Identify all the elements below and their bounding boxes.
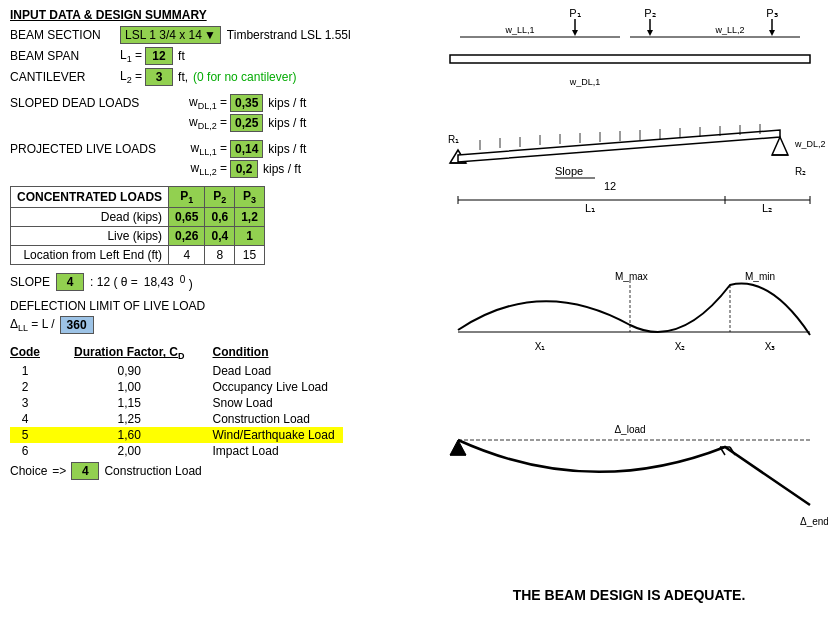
slope-ratio: : 12 ( θ = <box>90 275 138 289</box>
p3-label: P₃ <box>766 7 777 19</box>
dead-kips-label: Dead (kips) <box>11 208 169 227</box>
table-row: Location from Left End (ft) 4 8 15 <box>11 246 265 265</box>
conc-header-p1: P1 <box>169 187 205 208</box>
live-p3[interactable]: 1 <box>235 227 265 246</box>
dur-factor: 0,90 <box>54 363 205 379</box>
l1-label: L₁ <box>585 202 595 214</box>
pll-unit2: kips / ft <box>263 162 301 176</box>
moment-curve <box>458 284 810 335</box>
wdl1-label-right: w_DL,1 <box>569 77 601 87</box>
live-p2[interactable]: 0,4 <box>205 227 235 246</box>
deflection-value[interactable]: 360 <box>60 316 94 334</box>
beam-section-dropdown[interactable]: LSL 1 3/4 x 14 ▼ <box>120 26 221 44</box>
sdl-value2[interactable]: 0,25 <box>230 114 263 132</box>
dead-p3[interactable]: 1,2 <box>235 208 265 227</box>
structural-diagrams: P₁ P₂ P₃ w_LL,1 w_LL,2 w_DL,1 R₁ <box>430 5 828 585</box>
beam-span-unit: ft <box>178 49 185 63</box>
x3-label: X₃ <box>765 341 776 352</box>
r2-label: R₂ <box>795 166 806 177</box>
dur-factor: 1,25 <box>54 411 205 427</box>
conc-loads-table: CONCENTRATED LOADS P1 P2 P3 Dead (kips) … <box>10 186 265 265</box>
p2-label: P₂ <box>644 7 655 19</box>
dropdown-arrow-icon: ▼ <box>204 28 216 42</box>
table-row: Live (kips) 0,26 0,4 1 <box>11 227 265 246</box>
dur-table-row: 1 0,90 Dead Load <box>10 363 343 379</box>
dur-condition: Occupancy Live Load <box>205 379 343 395</box>
l2-label: L₂ <box>762 202 772 214</box>
duration-table: Code Duration Factor, CD Condition 1 0,9… <box>10 344 343 458</box>
dur-factor: 1,00 <box>54 379 205 395</box>
diagrams-panel: P₁ P₂ P₃ w_LL,1 w_LL,2 w_DL,1 R₁ <box>430 0 828 641</box>
live-p1[interactable]: 0,26 <box>169 227 205 246</box>
r1-label: R₁ <box>448 134 459 145</box>
sdl-value1[interactable]: 0,35 <box>230 94 263 112</box>
dur-code: 4 <box>10 411 54 427</box>
dur-condition: Snow Load <box>205 395 343 411</box>
dead-p2[interactable]: 0,6 <box>205 208 235 227</box>
deflection-formula: ΔLL = L / <box>10 317 55 333</box>
dur-factor: 1,60 <box>54 427 205 443</box>
dur-table-row: 4 1,25 Construction Load <box>10 411 343 427</box>
pll-value2[interactable]: 0,2 <box>230 160 258 178</box>
dur-table-row: 3 1,15 Snow Load <box>10 395 343 411</box>
cantilever-value[interactable]: 3 <box>145 68 173 86</box>
p1-label: P₁ <box>569 7 580 19</box>
result-text: THE BEAM DESIGN IS ADEQUATE. <box>430 587 828 603</box>
cantilever-label: CANTILEVER <box>10 70 120 84</box>
choice-condition: Construction Load <box>104 464 201 478</box>
dur-code: 5 <box>10 427 54 443</box>
span-12-label: 12 <box>604 180 616 192</box>
location-label: Location from Left End (ft) <box>11 246 169 265</box>
dur-table-row: 6 2,00 Impact Load <box>10 443 343 459</box>
delta-end-label: Δ_end <box>800 516 828 527</box>
conc-header-p2: P2 <box>205 187 235 208</box>
dur-code: 6 <box>10 443 54 459</box>
loc-p3: 15 <box>235 246 265 265</box>
loc-p2[interactable]: 8 <box>205 246 235 265</box>
dur-col-factor: Duration Factor, CD <box>54 344 205 362</box>
wll1-label: w_LL,1 <box>504 25 534 35</box>
choice-value[interactable]: 4 <box>71 462 99 480</box>
dead-p1[interactable]: 0,65 <box>169 208 205 227</box>
table-row: Dead (kips) 0,65 0,6 1,2 <box>11 208 265 227</box>
beam-section-value: LSL 1 3/4 x 14 <box>125 28 202 42</box>
dur-code: 1 <box>10 363 54 379</box>
dur-code: 3 <box>10 395 54 411</box>
dur-table-row: 5 1,60 Wind/Earthquake Load <box>10 427 343 443</box>
dur-col-condition: Condition <box>205 344 343 362</box>
deflection-label: DEFLECTION LIMIT OF LIVE LOAD <box>10 299 420 313</box>
beam-span-label: BEAM SPAN <box>10 49 120 63</box>
beam-span-value[interactable]: 12 <box>145 47 173 65</box>
cantilever-note: (0 for no cantilever) <box>193 70 296 84</box>
wll2-label: w_LL,2 <box>714 25 744 35</box>
pll-var1: wLL,1 = <box>175 141 230 157</box>
sloped-dead-loads-label: SLOPED DEAD LOADS <box>10 96 175 110</box>
deflection-curve <box>458 440 810 505</box>
dur-table-row: 2 1,00 Occupancy Live Load <box>10 379 343 395</box>
pll-value1[interactable]: 0,14 <box>230 140 263 158</box>
conc-header-p3: P3 <box>235 187 265 208</box>
dur-factor: 1,15 <box>54 395 205 411</box>
mmin-label: M_min <box>745 271 775 282</box>
dur-condition: Construction Load <box>205 411 343 427</box>
beam-top <box>450 55 810 63</box>
sdl-var1: wDL,1 = <box>175 95 230 111</box>
beam-section-label: BEAM SECTION <box>10 28 120 42</box>
slope-value[interactable]: 4 <box>56 273 84 291</box>
dur-condition: Wind/Earthquake Load <box>205 427 343 443</box>
dur-factor: 2,00 <box>54 443 205 459</box>
x1-label: X₁ <box>535 341 546 352</box>
wdl2-label: w_DL,2 <box>794 139 826 149</box>
svg-marker-23 <box>772 137 788 155</box>
choice-arrow: => <box>52 464 66 478</box>
choice-label: Choice <box>10 464 47 478</box>
conc-header-label: CONCENTRATED LOADS <box>11 187 169 208</box>
loc-p1[interactable]: 4 <box>169 246 205 265</box>
slope-label: SLOPE <box>10 275 50 289</box>
dur-col-code: Code <box>10 344 54 362</box>
mmax-label: M_max <box>615 271 648 282</box>
slope-theta: 18,43 <box>144 275 174 289</box>
cantilever-var: L2 = <box>120 69 142 85</box>
beam-section-description: Timberstrand LSL 1.55l <box>227 28 351 42</box>
cantilever-unit: ft, <box>178 70 188 84</box>
